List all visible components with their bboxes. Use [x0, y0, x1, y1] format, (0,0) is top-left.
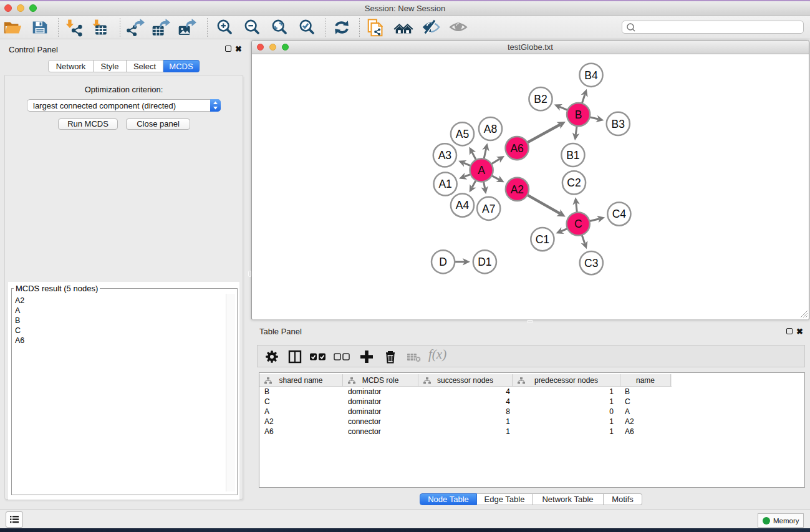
svg-text:C2: C2 — [567, 177, 581, 189]
svg-text:C: C — [574, 218, 582, 230]
svg-text:D1: D1 — [478, 256, 491, 268]
svg-text:A5: A5 — [456, 128, 469, 140]
svg-text:C3: C3 — [584, 257, 598, 269]
svg-text:B3: B3 — [612, 118, 625, 130]
svg-text:A3: A3 — [438, 149, 451, 162]
svg-text:C1: C1 — [536, 233, 549, 246]
svg-text:A7: A7 — [482, 203, 495, 215]
svg-text:C4: C4 — [612, 208, 627, 220]
svg-text:B: B — [575, 109, 582, 121]
svg-text:A4: A4 — [456, 199, 470, 211]
svg-text:A6: A6 — [510, 142, 523, 155]
svg-text:B1: B1 — [566, 149, 579, 162]
svg-text:B2: B2 — [534, 93, 547, 105]
svg-text:A2: A2 — [511, 183, 524, 196]
svg-text:A: A — [478, 164, 485, 177]
svg-text:A8: A8 — [484, 123, 497, 135]
svg-text:D: D — [439, 256, 447, 268]
svg-text:A1: A1 — [438, 178, 451, 190]
svg-text:B4: B4 — [584, 69, 598, 82]
